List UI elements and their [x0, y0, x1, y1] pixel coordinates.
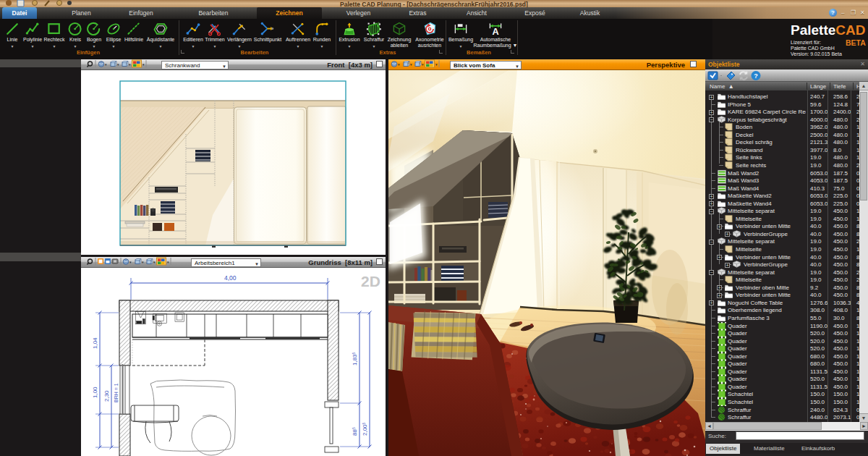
svg-text:4,00: 4,00	[224, 274, 237, 282]
svg-text:▾: ▾	[129, 260, 132, 264]
svg-text:▾: ▾	[142, 62, 145, 67]
svg-text:1,00: 1,00	[92, 387, 98, 398]
svg-text:▾: ▾	[129, 62, 131, 67]
svg-text:2,30: 2,30	[103, 390, 110, 402]
svg-text:▾: ▾	[142, 260, 144, 264]
svg-text:▾: ▾	[167, 260, 169, 264]
svg-text:2,005: 2,005	[362, 422, 368, 436]
svg-text:?: ?	[754, 72, 758, 80]
svg-text:▾: ▾	[153, 260, 156, 264]
svg-text:2D: 2D	[361, 273, 380, 290]
svg-text:▾: ▾	[398, 62, 400, 67]
svg-text:▾: ▾	[410, 62, 412, 67]
svg-text:1,835: 1,835	[352, 352, 358, 366]
svg-text:▾: ▾	[105, 62, 107, 67]
svg-text:BRH = 1: BRH = 1	[114, 383, 119, 402]
svg-text:▾: ▾	[117, 62, 119, 67]
svg-text:1,04: 1,04	[92, 337, 98, 349]
svg-text:A: A	[492, 27, 498, 37]
svg-text:▾: ▾	[435, 62, 438, 67]
svg-text:▾: ▾	[422, 62, 424, 67]
svg-text:885: 885	[352, 427, 358, 436]
